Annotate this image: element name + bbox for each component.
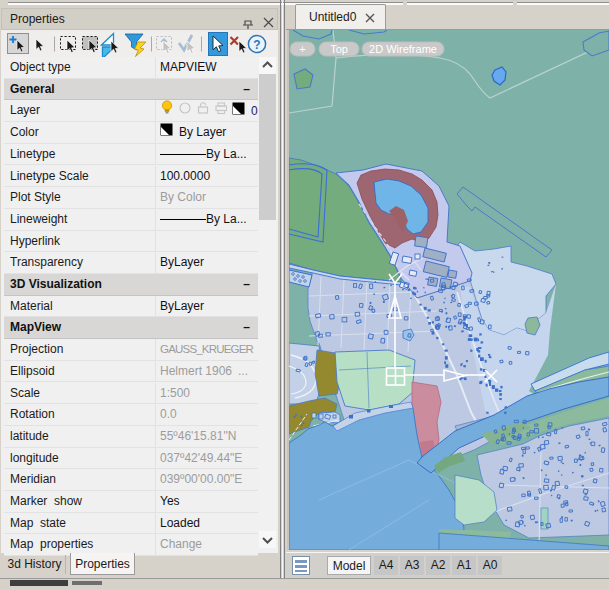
svg-text:2D Wireframe: 2D Wireframe xyxy=(369,43,437,55)
svg-text:?: ? xyxy=(253,38,260,52)
svg-text:Top: Top xyxy=(330,43,348,55)
svg-text:+: + xyxy=(299,43,305,55)
